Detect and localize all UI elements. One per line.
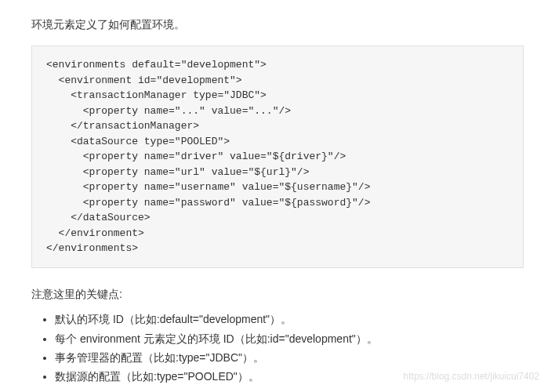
- key-points-list: 默认的环境 ID（比如:default="development"）。 每个 e…: [31, 310, 524, 386]
- note-title: 注意这里的关键点:: [31, 285, 524, 303]
- list-item: 数据源的配置（比如:type="POOLED"）。: [55, 368, 524, 385]
- list-item: 事务管理器的配置（比如:type="JDBC"）。: [55, 349, 524, 366]
- xml-code-block: <environments default="development"> <en…: [31, 45, 524, 268]
- list-item: 默认的环境 ID（比如:default="development"）。: [55, 310, 524, 328]
- list-item: 每个 environment 元素定义的环境 ID（比如:id="develop…: [55, 330, 524, 347]
- intro-paragraph: 环境元素定义了如何配置环境。: [31, 16, 524, 33]
